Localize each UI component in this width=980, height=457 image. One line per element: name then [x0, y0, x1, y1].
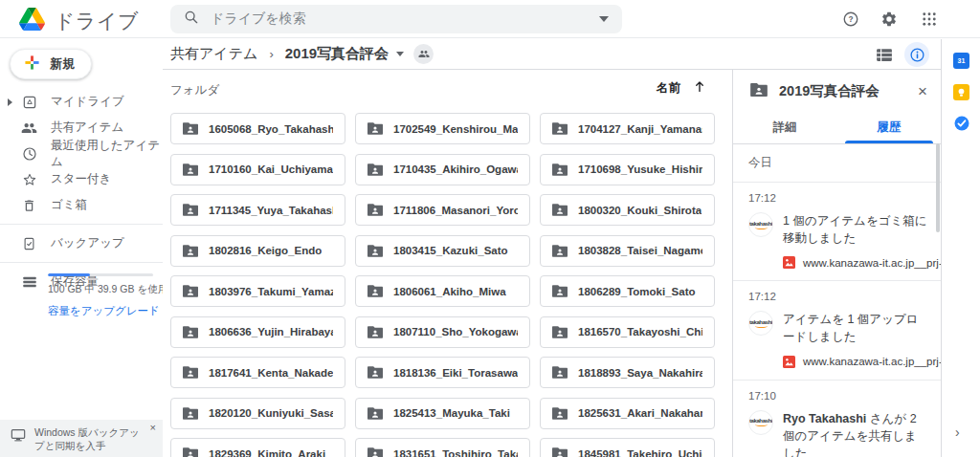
folder-card[interactable]: 1704127_Kanji_Yamanashi	[540, 113, 715, 144]
drive-logo-icon	[19, 8, 45, 34]
folder-name: 1702549_Kenshirou_Matsuda	[393, 123, 518, 135]
shared-badge[interactable]	[413, 44, 434, 64]
activity-time: 17:10	[748, 390, 927, 402]
panel-close-icon[interactable]: ×	[918, 83, 927, 99]
list-view-toggle-button[interactable]	[872, 42, 897, 67]
folder-card[interactable]: 1710160_Kai_Uchiyama	[170, 154, 345, 185]
help-button[interactable]: ?	[838, 7, 863, 32]
storage-progress-bar	[48, 273, 153, 276]
folder-card[interactable]: 1806289_Tomoki_Sato	[540, 275, 715, 307]
upgrade-storage-link[interactable]: 容量をアップグレード	[48, 304, 161, 318]
sort-control[interactable]: 名前	[657, 79, 705, 97]
folder-name: 1845981_Takehiro_Uchida	[578, 448, 702, 457]
folder-name: 1605068_Ryo_Takahashi	[209, 123, 333, 135]
image-file-icon	[783, 356, 795, 368]
folder-card[interactable]: 1803828_Taisei_Nagamori	[540, 235, 715, 267]
folder-card[interactable]: 1710698_Yusuke_Hishimoto	[540, 154, 715, 185]
folder-card[interactable]: 1831651_Toshihiro_Takada	[355, 438, 530, 457]
sidebar-item-starred[interactable]: スター付き	[0, 166, 163, 192]
sidebar: 新規 マイドライブ 共有アイテム 最近使用したアイテム	[0, 39, 163, 457]
sort-ascending-arrow-icon[interactable]	[694, 79, 705, 97]
new-button-label: 新規	[50, 55, 75, 73]
folder-card[interactable]: 1816570_Takayoshi_Chimura	[540, 316, 715, 348]
folder-name: 1803828_Taisei_Nagamori	[578, 245, 702, 256]
shared-folder-icon	[183, 447, 198, 457]
keep-icon[interactable]	[953, 84, 969, 100]
storage-used-text: 100 GB 中 39.9 GB を使用	[48, 283, 161, 296]
new-button[interactable]: 新規	[10, 49, 92, 79]
calendar-icon[interactable]: 31	[953, 53, 969, 69]
folder-menu-caret-icon[interactable]	[396, 52, 404, 56]
folder-card[interactable]: 1711806_Masanori_Yorozu	[355, 194, 530, 226]
folder-card[interactable]: 1820120_Kuniyuki_Sasagawa	[170, 398, 345, 429]
folder-card[interactable]: 1825631_Akari_Nakahama	[540, 398, 715, 429]
folder-card[interactable]: 1702549_Kenshirou_Matsuda	[355, 113, 530, 144]
panel-title: 2019写真合評会	[779, 82, 906, 100]
sidebar-item-label: マイドライブ	[51, 94, 124, 110]
trash-icon	[21, 197, 37, 213]
drive-logo-home[interactable]: ドライブ	[19, 8, 139, 34]
expand-panel-chevron-icon[interactable]: ›	[955, 424, 960, 440]
promo-close-icon[interactable]: ×	[150, 422, 156, 433]
folder-card[interactable]: 1803976_Takumi_Yamazaki	[170, 275, 345, 307]
folder-card[interactable]: 1802816_Keigo_Endo	[170, 235, 345, 267]
tab-activity[interactable]: 履歴	[837, 112, 942, 143]
details-panel: 2019写真合評会 × 詳細 履歴 今日 17:12 takahashi 1 個…	[732, 70, 941, 457]
folder-card[interactable]: 1818136_Eiki_Torasawa	[355, 357, 530, 388]
activity-file-chip[interactable]: www.kanazawa-it.ac.jp__prj--...	[783, 356, 927, 368]
settings-gear-button[interactable]	[877, 7, 902, 32]
activity-time: 17:12	[748, 192, 927, 204]
sidebar-item-label: ゴミ箱	[51, 197, 87, 213]
sidebar-item-backups[interactable]: バックアップ	[0, 230, 163, 256]
folder-name: 1807110_Sho_Yokogawa	[393, 326, 518, 337]
search-bar[interactable]: ドライブを検索	[170, 5, 622, 33]
tab-details[interactable]: 詳細	[733, 112, 837, 143]
folder-card[interactable]: 1807110_Sho_Yokogawa	[355, 316, 530, 348]
search-input[interactable]: ドライブを検索	[211, 11, 588, 28]
folder-card[interactable]: 1825413_Mayuka_Taki	[355, 398, 530, 429]
sidebar-item-label: スター付き	[51, 171, 111, 187]
breadcrumb-root[interactable]: 共有アイテム	[170, 45, 257, 63]
avatar-logo-swoosh	[755, 423, 768, 426]
sidebar-item-my-drive[interactable]: マイドライブ	[0, 89, 163, 115]
folder-name: 1711806_Masanori_Yorozu	[393, 205, 518, 216]
folder-card[interactable]: 1829369_Kimito_Araki	[170, 438, 345, 457]
folder-card[interactable]: 1806636_Yujin_Hirabayashi	[170, 316, 345, 348]
folder-card[interactable]: 1845981_Takehiro_Uchida	[540, 438, 715, 457]
shared-folder-icon	[183, 366, 198, 379]
info-details-button[interactable]	[904, 42, 929, 67]
user-avatar: takahashi	[748, 410, 773, 435]
panel-scrollbar[interactable]	[936, 143, 940, 232]
folder-card[interactable]: 1803415_Kazuki_Sato	[355, 235, 530, 267]
apps-grid-button[interactable]	[917, 7, 942, 32]
folder-name: 1704127_Kanji_Yamanashi	[578, 123, 702, 135]
breadcrumb-current[interactable]: 2019写真合評会	[285, 45, 389, 63]
activity-text: Ryo Takahashi さんが 2 個のアイテムを共有しました	[783, 410, 927, 457]
folder-card[interactable]: 1800320_Kouki_Shirota	[540, 194, 715, 226]
folder-name: 1825631_Akari_Nakahama	[578, 407, 702, 419]
folder-card[interactable]: 1711345_Yuya_Takahashi	[170, 194, 345, 226]
new-plus-icon	[24, 54, 40, 75]
folder-name: 1806061_Akiho_Miwa	[393, 286, 506, 297]
sidebar-item-recent[interactable]: 最近使用したアイテム	[0, 141, 163, 166]
expand-arrow-icon[interactable]	[8, 98, 12, 106]
side-companion-strip: 31 ›	[941, 39, 980, 457]
shared-folder-icon	[368, 407, 383, 420]
file-name: www.kanazawa-it.ac.jp__prj--...	[803, 356, 955, 367]
shared-folder-icon	[368, 122, 383, 135]
backup-sync-promo[interactable]: Windows 版バックアップと同期を入手 ×	[0, 420, 163, 457]
shared-folder-icon	[552, 407, 568, 420]
user-avatar: takahashi	[748, 212, 773, 237]
folder-card[interactable]: 1806061_Akiho_Miwa	[355, 275, 530, 307]
search-options-caret-icon[interactable]	[599, 16, 609, 22]
folder-card[interactable]: 1605068_Ryo_Takahashi	[170, 113, 345, 144]
sort-by-name-label[interactable]: 名前	[657, 80, 680, 97]
tasks-icon[interactable]	[953, 115, 969, 131]
folder-card[interactable]: 1817641_Kenta_Nakade	[170, 357, 345, 388]
avatar-logo-swoosh	[755, 226, 768, 229]
sidebar-item-trash[interactable]: ゴミ箱	[0, 192, 163, 218]
folder-card[interactable]: 1710435_Akihiro_Ogawa	[355, 154, 530, 185]
folder-name: 1710698_Yusuke_Hishimoto	[578, 163, 702, 175]
activity-file-chip[interactable]: www.kanazawa-it.ac.jp__prj--...	[783, 256, 927, 269]
folder-card[interactable]: 1818893_Saya_Nakahira	[540, 357, 715, 388]
